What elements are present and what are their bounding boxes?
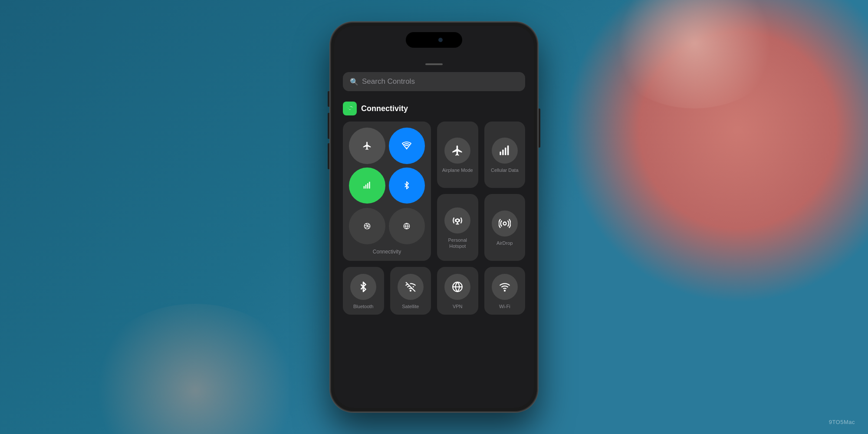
svg-point-18 (504, 290, 505, 291)
volume-up-button[interactable] (328, 113, 329, 139)
globe-mini-btn[interactable] (389, 208, 425, 244)
dynamic-island (406, 32, 462, 48)
personal-hotspot-label: Personal Hotspot (448, 237, 467, 250)
svg-point-12 (456, 219, 459, 222)
connectivity-tile[interactable]: Connectivity (343, 122, 431, 261)
bluetooth-label: Bluetooth (353, 303, 373, 309)
airplane-mode-inner-btn[interactable] (349, 128, 385, 164)
search-placeholder: Search Controls (362, 77, 415, 86)
wifi-inner-btn[interactable] (389, 128, 425, 164)
bluetooth-inner-btn[interactable] (389, 168, 425, 204)
bottom-row: Bluetooth (343, 267, 525, 315)
right-column: Airplane Mode (437, 122, 525, 261)
vpn-mini-btn[interactable] (349, 208, 385, 244)
volume-down-button[interactable] (328, 143, 329, 169)
drag-indicator (425, 63, 443, 65)
bluetooth-icon (350, 274, 376, 300)
mute-button[interactable] (328, 91, 329, 107)
svg-rect-11 (507, 146, 509, 155)
wifi-label: Wi-Fi (499, 303, 510, 309)
phone-frame: 🔍 Search Controls Connectivity (330, 22, 538, 412)
svg-rect-8 (500, 152, 501, 155)
svg-point-13 (503, 222, 506, 225)
cellular-data-icon (492, 138, 518, 164)
bluetooth-tile[interactable]: Bluetooth (343, 267, 384, 315)
airdrop-tile[interactable]: AirDrop (484, 194, 526, 260)
watermark: 9TO5Mac (829, 419, 855, 425)
airplane-mode-label: Airplane Mode (442, 167, 473, 173)
wifi-tile[interactable]: Wi-Fi (484, 267, 526, 315)
satellite-label: Satellite (402, 303, 419, 309)
satellite-tile[interactable]: Satellite (390, 267, 431, 315)
personal-hotspot-tile[interactable]: Personal Hotspot (437, 194, 478, 260)
svg-point-0 (406, 147, 408, 149)
connectivity-tile-label: Connectivity (373, 249, 401, 255)
svg-point-15 (410, 290, 411, 291)
svg-rect-2 (365, 185, 367, 189)
cellular-data-tile[interactable]: Cellular Data (484, 122, 526, 188)
airplane-mode-tile[interactable]: Airplane Mode (437, 122, 478, 188)
section-title: Connectivity (361, 104, 408, 113)
bg-blob-bottom (87, 304, 304, 434)
vpn-label: VPN (453, 303, 463, 309)
vpn-tile[interactable]: VPN (437, 267, 478, 315)
airdrop-label: AirDrop (496, 240, 513, 246)
camera-dot (438, 38, 443, 42)
svg-rect-10 (505, 148, 506, 155)
airplane-mode-icon (444, 138, 470, 164)
cellular-data-label: Cellular Data (491, 167, 519, 173)
svg-rect-3 (367, 183, 368, 189)
controls-grid: Connectivity Air (343, 122, 525, 261)
search-bar[interactable]: 🔍 Search Controls (343, 72, 525, 91)
vpn-icon (444, 274, 470, 300)
section-header: Connectivity (343, 102, 525, 115)
cellular-inner-btn[interactable] (349, 168, 385, 204)
connectivity-section-icon (343, 102, 357, 115)
search-icon: 🔍 (350, 78, 358, 86)
svg-rect-9 (502, 150, 504, 155)
power-button[interactable] (539, 108, 540, 148)
airdrop-icon (492, 210, 518, 237)
wifi-icon (492, 274, 518, 300)
svg-rect-4 (369, 182, 370, 189)
screen-content: 🔍 Search Controls Connectivity (334, 56, 534, 408)
svg-rect-1 (363, 186, 365, 189)
personal-hotspot-icon (444, 207, 470, 233)
satellite-icon (398, 274, 424, 300)
phone-wrapper: 🔍 Search Controls Connectivity (330, 22, 538, 412)
phone-screen: 🔍 Search Controls Connectivity (334, 26, 534, 408)
